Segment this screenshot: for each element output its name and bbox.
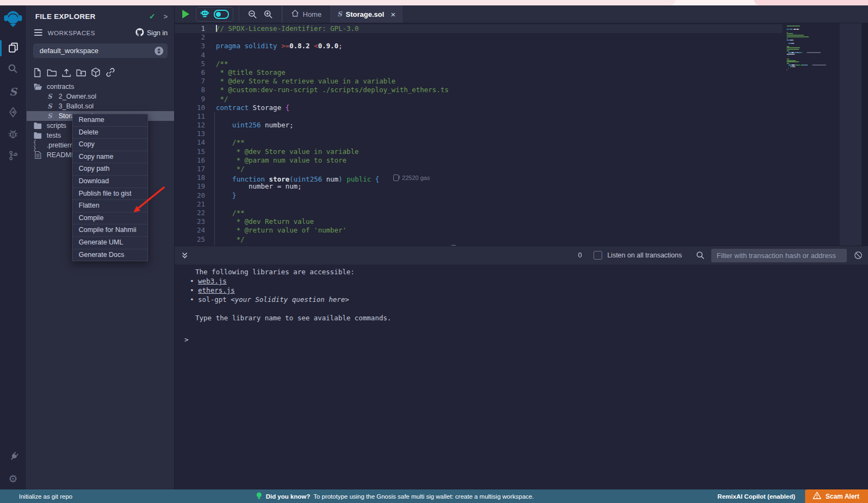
zoom-in-icon[interactable] <box>264 10 273 19</box>
code-line-4: 4 <box>175 51 782 60</box>
run-script-button[interactable] <box>182 10 189 18</box>
code-line-26: 26 function retrieve() public view retur… <box>175 244 782 246</box>
remix-logo-icon[interactable] <box>3 9 23 32</box>
main-area: Home S Storage.sol × 1// SPDX-License-Id… <box>174 5 868 489</box>
upload-file-icon[interactable] <box>61 68 72 78</box>
sidebar-item-settings[interactable]: ⚙ <box>0 468 26 489</box>
terminal-search-icon[interactable] <box>696 251 705 260</box>
link-icon[interactable] <box>105 67 116 78</box>
panel-header: FILE EXPLORER ✓ > <box>27 5 174 25</box>
workspace-select[interactable]: default_workspace <box>33 43 168 58</box>
context-menu-item-flatten[interactable]: Flatten <box>73 199 148 212</box>
line-number[interactable]: 1 <box>175 24 205 33</box>
context-menu-item-rename[interactable]: Rename <box>73 114 148 126</box>
upload-folder-icon[interactable] <box>76 68 86 78</box>
chevron-right-icon[interactable]: > <box>163 12 168 21</box>
line-number[interactable]: 26 <box>175 244 205 246</box>
line-number[interactable]: 3 <box>175 42 205 50</box>
sidebar-item-file-explorer[interactable] <box>0 37 26 59</box>
line-number[interactable]: 11 <box>175 112 205 121</box>
line-number[interactable]: 9 <box>175 95 205 104</box>
copilot-toggle[interactable] <box>214 10 229 19</box>
terminal-line: Type the library name to see available c… <box>195 313 868 323</box>
line-number[interactable]: 18 <box>175 173 205 182</box>
terminal-collapse-icon[interactable] <box>181 252 188 259</box>
tab-storage-sol[interactable]: S Storage.sol × <box>330 5 403 23</box>
line-number[interactable]: 2 <box>175 33 205 42</box>
line-number[interactable]: 21 <box>175 200 205 209</box>
code-line-20: 20 } <box>175 191 782 200</box>
line-number[interactable]: 23 <box>175 217 205 226</box>
line-number[interactable]: 24 <box>175 226 205 235</box>
context-menu-item-compile-for-nahmii[interactable]: Compile for Nahmii <box>73 224 148 236</box>
line-number[interactable]: 14 <box>175 138 205 147</box>
line-number[interactable]: 10 <box>175 104 205 112</box>
indent-guide <box>214 112 215 246</box>
terminal-line: • web3.js <box>190 276 868 286</box>
line-number[interactable]: 13 <box>175 130 205 138</box>
line-number[interactable]: 19 <box>175 182 205 191</box>
context-menu-item-copy-path[interactable]: Copy path <box>73 163 148 175</box>
terminal-prompt[interactable]: > <box>184 335 868 344</box>
context-menu-item-publish-file-to-gist[interactable]: Publish file to gist <box>73 188 148 200</box>
line-number[interactable]: 25 <box>175 235 205 244</box>
sidebar-item-search[interactable] <box>0 59 26 81</box>
file-context-menu: RenameDeleteCopyCopy nameCopy pathDownlo… <box>72 114 148 261</box>
context-menu-item-delete[interactable]: Delete <box>73 126 148 139</box>
line-number[interactable]: 7 <box>175 77 205 86</box>
sidebar-item-solidity-compiler[interactable]: S <box>0 81 26 102</box>
clear-console-icon[interactable] <box>854 251 863 260</box>
line-number[interactable]: 12 <box>175 121 205 130</box>
zoom-out-icon[interactable] <box>248 10 257 19</box>
code-editor[interactable]: 1// SPDX-License-Identifier: GPL-3.023pr… <box>175 23 868 246</box>
workspaces-label: WORKSPACES <box>48 30 136 36</box>
terminal-link-ethers-js[interactable]: ethers.js <box>198 286 235 294</box>
context-menu-item-compile[interactable]: Compile <box>73 212 148 224</box>
minimap[interactable] <box>787 25 829 71</box>
sidebar-item-plugin-manager[interactable] <box>0 446 26 468</box>
new-folder-icon[interactable] <box>47 68 57 78</box>
context-menu-item-copy[interactable]: Copy <box>73 138 148 151</box>
line-number[interactable]: 22 <box>175 209 205 217</box>
code-text: function store(uint256 num) public {2252… <box>216 173 430 182</box>
check-icon: ✓ <box>149 12 156 21</box>
new-file-icon[interactable] <box>33 68 42 78</box>
line-number[interactable]: 8 <box>175 86 205 94</box>
file-tree-item-contracts[interactable]: contracts <box>27 82 174 92</box>
file-label: 2_Owner.sol <box>59 93 96 100</box>
ipfs-box-icon[interactable] <box>91 67 101 78</box>
transaction-filter-input[interactable] <box>711 249 847 262</box>
sidebar-item-git[interactable] <box>0 146 26 167</box>
scrollbar-track[interactable] <box>840 23 861 246</box>
terminal-output[interactable]: The following libraries are accessible:•… <box>175 265 868 489</box>
code-line-8: 8 * @custom:dev-run-script ./scripts/dep… <box>175 86 782 94</box>
line-number[interactable]: 6 <box>175 68 205 77</box>
sidebar-item-debugger[interactable] <box>0 124 26 146</box>
line-number[interactable]: 5 <box>175 60 205 68</box>
sign-in-button[interactable]: Sign in <box>136 28 168 38</box>
context-menu-item-generate-docs[interactable]: Generate Docs <box>73 249 148 261</box>
context-menu-item-download[interactable]: Download <box>73 175 148 188</box>
ai-robot-icon[interactable] <box>200 9 209 20</box>
file-tree-item-3-ballot-sol[interactable]: S3_Ballot.sol <box>27 101 174 111</box>
code-text: } <box>216 191 237 200</box>
line-number[interactable]: 15 <box>175 147 205 156</box>
code-line-14: 14 /** <box>175 138 782 147</box>
context-menu-item-copy-name[interactable]: Copy name <box>73 151 148 163</box>
code-line-3: 3pragma solidity >=0.8.2 <0.9.0; <box>175 42 782 50</box>
tab-home[interactable]: Home <box>282 5 330 23</box>
home-icon <box>291 10 299 18</box>
scam-alert-button[interactable]: Scam Alert <box>805 489 868 503</box>
context-menu-item-generate-uml[interactable]: Generate UML <box>73 236 148 249</box>
sidebar-item-deploy-run[interactable] <box>0 102 26 124</box>
line-number[interactable]: 4 <box>175 51 205 60</box>
listen-checkbox[interactable] <box>593 251 602 260</box>
line-number[interactable]: 16 <box>175 156 205 165</box>
hamburger-menu-icon[interactable] <box>34 28 42 38</box>
file-tree-item-2-owner-sol[interactable]: S2_Owner.sol <box>27 92 174 101</box>
line-number[interactable]: 17 <box>175 165 205 173</box>
terminal-link-web3-js[interactable]: web3.js <box>198 277 227 285</box>
close-tab-icon[interactable]: × <box>391 10 395 19</box>
line-number[interactable]: 20 <box>175 191 205 200</box>
git-init-button[interactable]: Initialize as git repo <box>19 493 72 500</box>
